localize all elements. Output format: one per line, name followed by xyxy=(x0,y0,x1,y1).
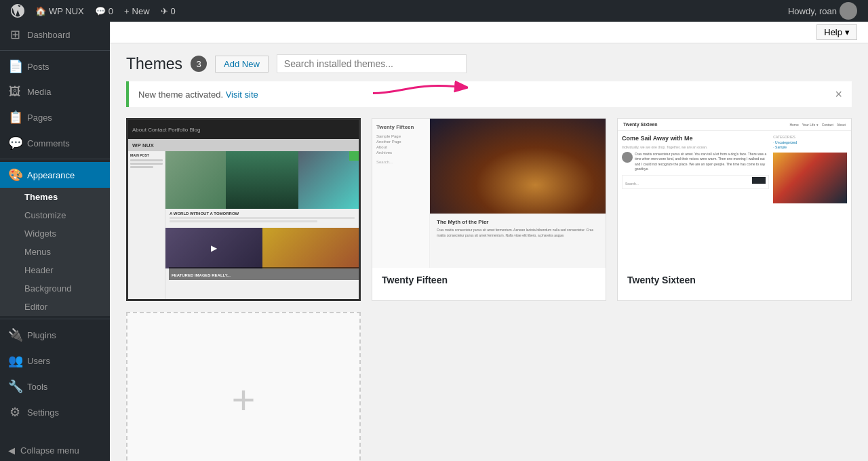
sidebar-item-label: Settings xyxy=(27,407,59,418)
sidebar-item-comments[interactable]: 💬 Comments xyxy=(0,130,110,156)
sidebar-item-tools[interactable]: 🔧 Tools xyxy=(0,374,110,399)
tfs-widget: Search... xyxy=(622,175,769,189)
notice-dismiss-button[interactable]: × xyxy=(835,88,842,100)
sidebar-item-pages[interactable]: 📋 Pages xyxy=(0,104,110,130)
submenu-item-label: Header xyxy=(24,265,54,275)
updates-button[interactable]: ✈ 0 xyxy=(155,0,181,22)
themes-page: Themes 3 Add New New theme activated. Vi… xyxy=(110,43,868,461)
tfs-site-name: Twenty Sixteen xyxy=(623,122,657,127)
tf-sidebar-line xyxy=(130,163,163,165)
settings-icon: ⚙ xyxy=(8,405,22,420)
submenu-customize[interactable]: Customize xyxy=(0,206,110,224)
tfs-categories-title: CATEGORIES xyxy=(773,135,847,139)
tfif-nav-item: Sample Page xyxy=(376,134,425,138)
tfif-site-title: Twenty Fifteen xyxy=(376,124,425,130)
howdy-text: Howdy, roan xyxy=(788,6,837,16)
sidebar-item-label: Comments xyxy=(27,138,70,148)
theme-screenshot: Twenty Fifteen Sample Page Another Page … xyxy=(372,119,606,268)
menu-separator xyxy=(0,159,110,159)
tfif-sidebar: Twenty Fifteen Sample Page Another Page … xyxy=(372,119,430,268)
submenu-widgets[interactable]: Widgets xyxy=(0,224,110,243)
help-label: Help xyxy=(824,27,842,37)
appearance-icon: 🎨 xyxy=(8,167,22,182)
tfs-search-label: Search... xyxy=(625,182,639,186)
plus-icon: + xyxy=(124,6,130,16)
tfif-nav-item2: Another Page xyxy=(376,140,425,144)
help-bar: Help ▾ xyxy=(110,22,868,43)
main-wrap: ⊞ Dashboard 📄 Posts 🖼 Media 📋 Pages 💬 Co… xyxy=(0,22,868,461)
theme-info: Active: Twenty Fourteen Customize xyxy=(128,299,359,301)
tf-img1 xyxy=(165,151,226,209)
visit-site-link[interactable]: Visit site xyxy=(226,89,258,100)
visit-site-text: Visit site xyxy=(226,89,258,100)
tfs-post-body: Cras mattis consectetur purus sit amet. … xyxy=(622,152,769,172)
theme-card-twentyfifteen[interactable]: Twenty Fifteen Sample Page Another Page … xyxy=(372,118,606,301)
menu-spacer xyxy=(0,425,110,440)
dashboard-icon: ⊞ xyxy=(8,27,22,42)
theme-screenshot: Twenty Sixteen Home Your Life ▾ Contact … xyxy=(618,119,851,268)
home-icon: 🏠 xyxy=(35,6,46,16)
theme-screenshot: About Contact Portfolio Blog WP NUX MAIN… xyxy=(128,120,359,299)
tfif-hero xyxy=(430,119,606,214)
tf-text-line2 xyxy=(170,220,317,222)
add-new-button[interactable]: Add New xyxy=(215,56,269,73)
collapse-menu-button[interactable]: ◀ Collapse menu xyxy=(0,440,110,461)
sidebar-item-users[interactable]: 👥 Users xyxy=(0,348,110,374)
tfs-content: Come Sail Away with Me Individually, we … xyxy=(618,131,851,207)
comments-menu-icon: 💬 xyxy=(8,136,22,151)
add-new-label: Add New xyxy=(224,59,260,69)
arrow-svg xyxy=(359,77,468,111)
tfif-post-text: Cras mattis consectetur purus sit amet f… xyxy=(437,228,599,238)
submenu-background[interactable]: Background xyxy=(0,279,110,298)
user-menu[interactable]: Howdy, roan xyxy=(783,0,863,22)
submenu-header[interactable]: Header xyxy=(0,261,110,279)
tfif-main: The Myth of the Pier Cras mattis consect… xyxy=(430,119,606,268)
sidebar-item-appearance[interactable]: 🎨 Appearance xyxy=(0,162,110,188)
themes-count-badge: 3 xyxy=(191,56,207,72)
sidebar-item-media[interactable]: 🖼 Media xyxy=(0,79,110,104)
submenu-editor[interactable]: Editor xyxy=(0,298,110,316)
tfs-post-title: Come Sail Away with Me xyxy=(622,135,769,143)
active-indicator xyxy=(349,151,359,161)
submenu-themes[interactable]: Themes xyxy=(0,188,110,206)
add-theme-placeholder[interactable]: + xyxy=(126,312,361,461)
theme-card-twentysixteen[interactable]: Twenty Sixteen Home Your Life ▾ Contact … xyxy=(617,118,852,301)
sidebar-item-label: Posts xyxy=(27,62,50,72)
tf-sidebar-line xyxy=(130,166,153,168)
add-theme-plus-icon: + xyxy=(231,380,255,420)
tf-nav-links: About Contact Portfolio Blog xyxy=(132,127,201,133)
submenu-item-label: Editor xyxy=(24,302,47,312)
tfs-main-col: Come Sail Away with Me Individually, we … xyxy=(622,135,769,203)
sidebar-item-label: Plugins xyxy=(27,330,56,340)
sidebar-item-plugins[interactable]: 🔌 Plugins xyxy=(0,322,110,348)
appearance-submenu: Themes Customize Widgets Menus Header Ba… xyxy=(0,188,110,316)
tf-img5 xyxy=(262,228,359,268)
sidebar-item-label: Media xyxy=(27,87,51,97)
sidebar-item-label: Users xyxy=(27,356,50,366)
search-themes-input[interactable] xyxy=(277,54,467,73)
theme-card-twentyfourteen[interactable]: About Contact Portfolio Blog WP NUX MAIN… xyxy=(126,118,361,301)
tfs-post-meta: Individually, we are one drop. Together,… xyxy=(622,145,769,149)
tfs-header: Twenty Sixteen Home Your Life ▾ Contact … xyxy=(618,119,851,131)
admin-menu-wrap: ⊞ Dashboard 📄 Posts 🖼 Media 📋 Pages 💬 Co… xyxy=(0,22,110,461)
sidebar-item-settings[interactable]: ⚙ Settings xyxy=(0,399,110,425)
submenu-menus[interactable]: Menus xyxy=(0,243,110,261)
notice-text: New theme activated. Visit site xyxy=(138,89,258,100)
wp-logo-button[interactable] xyxy=(5,0,30,22)
collapse-icon: ◀ xyxy=(8,445,15,456)
new-content-button[interactable]: + New xyxy=(119,0,155,22)
comments-button[interactable]: 💬 0 xyxy=(90,0,119,22)
tfs-nav: Home Your Life ▾ Contact About xyxy=(789,123,846,127)
site-name-button[interactable]: 🏠 WP NUX xyxy=(30,0,90,22)
chevron-down-icon: ▾ xyxy=(845,27,850,37)
help-button[interactable]: Help ▾ xyxy=(816,24,857,40)
submenu-item-label: Widgets xyxy=(24,228,56,239)
wp-logo-icon xyxy=(11,4,24,18)
tfif-hero-gradient xyxy=(430,119,606,214)
content-area: Help ▾ Themes 3 Add New New theme activa… xyxy=(110,22,868,461)
themes-header: Themes 3 Add New xyxy=(126,54,852,73)
activation-notice: New theme activated. Visit site xyxy=(126,81,852,107)
sidebar-item-posts[interactable]: 📄 Posts xyxy=(0,54,110,79)
tf-sidebar-title: MAIN POST xyxy=(130,153,163,157)
sidebar-item-dashboard[interactable]: ⊞ Dashboard xyxy=(0,22,110,47)
